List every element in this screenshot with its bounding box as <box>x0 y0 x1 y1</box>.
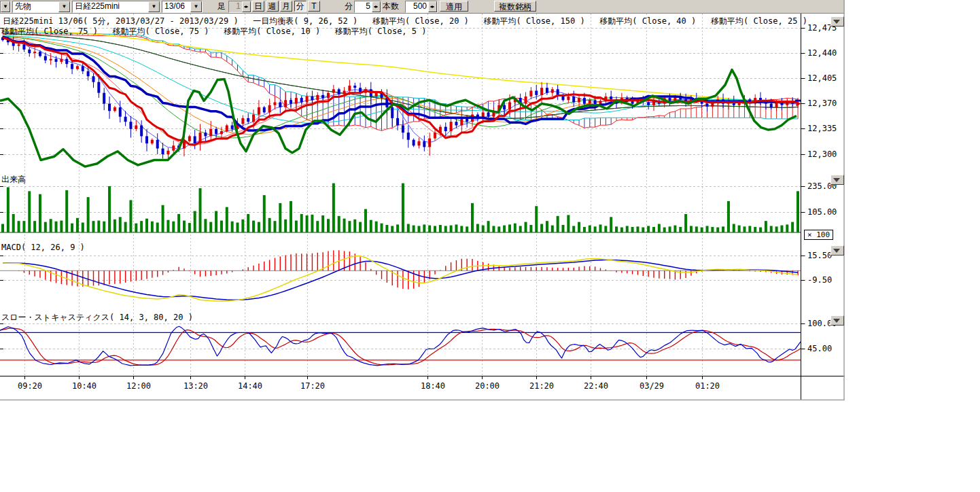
volume-bar <box>786 224 788 232</box>
volume-bar <box>557 216 559 232</box>
time-axis-label: 13:20 <box>183 381 208 391</box>
candle-body <box>434 133 436 139</box>
candle-body <box>18 44 20 46</box>
ma-20-line-5 <box>3 37 798 138</box>
volume-bar <box>503 226 506 232</box>
macd-panel-label: MACD( 12, 26, 9 ) <box>1 243 85 252</box>
candle-body <box>572 96 575 103</box>
volume-bar <box>716 228 719 232</box>
time-axis-label: 09:20 <box>18 381 42 391</box>
candle-body <box>263 107 266 112</box>
volume-bar <box>140 221 143 232</box>
candle-body <box>306 96 309 103</box>
candle-body <box>252 115 255 122</box>
volume-bar <box>546 221 548 232</box>
volume-bar <box>129 200 132 232</box>
volume-bar <box>220 221 223 232</box>
candle-body <box>535 90 538 94</box>
candle-body <box>188 136 191 141</box>
candle-body <box>44 56 47 60</box>
volume-bar <box>775 226 778 232</box>
candle-body <box>295 98 298 104</box>
volume-bar <box>295 221 298 232</box>
candle-body <box>135 125 137 128</box>
volume-bar <box>759 228 762 232</box>
candle-body <box>209 129 212 137</box>
volume-bar <box>615 226 618 232</box>
candle-body <box>428 139 431 147</box>
volume-bar <box>124 222 127 232</box>
volume-bar <box>183 221 186 232</box>
volume-bar <box>647 226 650 232</box>
candle-body <box>279 102 281 107</box>
candle-body <box>151 140 154 143</box>
time-axis-label: 18:40 <box>421 381 445 391</box>
volume-bar <box>226 207 228 232</box>
volume-bar <box>450 226 453 232</box>
volume-bar <box>370 220 372 232</box>
stoch-axis-dropdown-button[interactable] <box>830 315 844 326</box>
volume-bar <box>385 225 388 232</box>
candle-body <box>156 140 159 149</box>
candle-body <box>231 125 234 128</box>
volume-bar <box>50 219 52 232</box>
volume-bar <box>594 226 597 232</box>
time-axis-label: 20:00 <box>475 381 500 391</box>
time-axis-label: 17:20 <box>300 381 325 391</box>
candle-body <box>290 100 292 103</box>
volume-bar <box>519 226 522 232</box>
volume-bar <box>209 222 212 232</box>
candle-body <box>183 141 186 149</box>
volume-axis-label: 105.00 <box>807 207 837 217</box>
volume-bar <box>455 224 457 232</box>
volume-bar <box>658 224 661 232</box>
volume-axis-dropdown-button[interactable] <box>830 175 844 185</box>
volume-bar <box>748 226 751 232</box>
candle-body <box>321 95 324 98</box>
time-axis-label: 14:40 <box>238 381 262 391</box>
candle-body <box>60 59 63 62</box>
candle-body <box>65 59 68 64</box>
candle-body <box>503 105 506 109</box>
candle-body <box>551 89 554 92</box>
candle-body <box>140 125 143 136</box>
volume-bar <box>589 226 591 232</box>
volume-bar <box>482 226 485 232</box>
volume-bar <box>237 223 239 232</box>
chart-application-window: 12,47512,44012,40512,37012,33512,300235.… <box>0 0 845 401</box>
volume-bar <box>284 219 287 232</box>
candle-body <box>353 86 356 88</box>
volume-bar <box>706 226 709 232</box>
stoch-panel-label: スロー・ストキャスティクス( 14, 3, 80, 20 ) <box>1 312 193 323</box>
volume-bar <box>167 220 169 232</box>
candle-body <box>241 118 244 124</box>
candle-body <box>589 100 591 103</box>
volume-bar <box>578 222 580 232</box>
volume-bar <box>791 222 794 232</box>
volume-bar <box>92 221 94 232</box>
volume-bar <box>434 226 436 232</box>
candle-body <box>348 86 351 90</box>
macd-axis-dropdown-button[interactable] <box>830 245 844 256</box>
candle-body <box>145 136 148 143</box>
volume-bar <box>12 214 15 232</box>
volume-bar <box>466 226 468 232</box>
volume-series <box>1 183 799 232</box>
volume-bar <box>156 223 159 232</box>
candle-body <box>39 52 41 56</box>
price-axis-dropdown-button[interactable] <box>830 16 844 27</box>
chart-canvas[interactable]: 12,47512,44012,40512,37012,33512,300235.… <box>0 0 845 401</box>
volume-bar <box>669 226 671 232</box>
price-axis-label: 12,405 <box>807 73 837 83</box>
candle-body <box>194 136 196 143</box>
volume-bar <box>65 190 68 232</box>
volume-bar <box>695 226 698 232</box>
volume-bar <box>172 222 175 232</box>
stoch-axis-label: 45.00 <box>807 344 832 353</box>
time-axis-label: 22:40 <box>584 381 608 391</box>
candle-body <box>226 125 228 131</box>
candle-body <box>82 66 84 71</box>
candle-body <box>119 107 122 117</box>
candle-body <box>669 98 671 101</box>
volume-bar <box>497 226 500 232</box>
